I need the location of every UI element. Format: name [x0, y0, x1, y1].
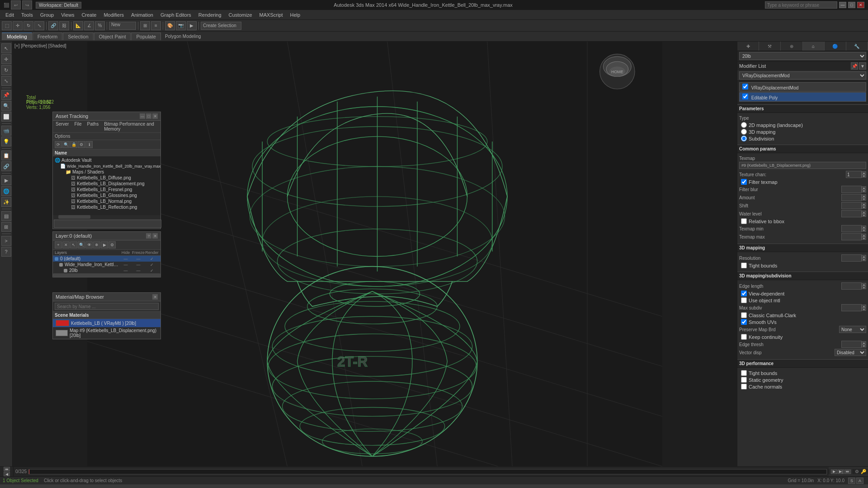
layer-panel-title-bar[interactable]: Layer:0 (default) ? ✕	[53, 232, 160, 240]
spinner-up[interactable]: ▲	[862, 171, 866, 174]
view-dropdown[interactable]: New	[109, 22, 136, 30]
layer-find-btn[interactable]: 🔍	[78, 241, 85, 249]
cache-normals-row[interactable]: Cache normals	[739, 383, 866, 390]
view-dependent-checkbox[interactable]	[741, 291, 747, 296]
snap-toggle[interactable]: 📌	[1, 90, 11, 100]
type-radio-2d[interactable]: 2D mapping (landscape)	[739, 122, 866, 128]
menu-tools[interactable]: Tools	[18, 11, 37, 19]
spinner-down[interactable]: ▼	[862, 189, 866, 192]
spinner-up[interactable]: ▲	[862, 341, 866, 344]
zoom-extents[interactable]: 🔍	[1, 101, 11, 111]
texture-chan-spinner[interactable]: ▲ ▼	[846, 171, 866, 178]
static-geom-row[interactable]: Static geometry	[739, 376, 866, 383]
play-btn[interactable]: ▶	[831, 469, 837, 474]
cache-normals-checkbox[interactable]	[741, 384, 747, 389]
rp-tab-modify[interactable]: ⚒	[759, 42, 781, 51]
list-item[interactable]: 🖼 Kettlebells_LB_Fresnel.png	[53, 187, 160, 192]
percent-snap-btn[interactable]: %	[95, 21, 105, 30]
menu-animation[interactable]: Animation	[127, 11, 157, 19]
resolution-input[interactable]: 512	[841, 254, 862, 262]
prev-frame-btn[interactable]: ◀	[4, 472, 10, 476]
mb-close-btn[interactable]: ✕	[152, 294, 158, 300]
align-btn[interactable]: ≡	[151, 21, 161, 30]
redo-btn[interactable]: ↪	[22, 0, 32, 9]
effects-btn[interactable]: ✨	[1, 197, 11, 207]
workspace-dropdown[interactable]: Workspace: Default	[36, 2, 81, 9]
keep-continuity-checkbox[interactable]	[741, 334, 747, 340]
layer-manager[interactable]: 📋	[1, 150, 11, 160]
amount-spinner[interactable]: 0.0in ▲ ▼	[841, 194, 866, 201]
spinner-buttons[interactable]: ▲ ▼	[862, 186, 866, 192]
light-view[interactable]: 💡	[1, 136, 11, 146]
menu-maxscript[interactable]: MAXScript	[256, 11, 287, 19]
vector-disp-dropdown[interactable]: Disabled	[835, 349, 866, 356]
spinner-buttons[interactable]: ▲ ▼	[862, 211, 866, 217]
tight-bounds-row[interactable]: Tight bounds	[739, 262, 866, 269]
modifier-dropdown[interactable]: VRayDisplacementMod Editable Poly	[739, 71, 866, 80]
list-item[interactable]: 🖼 Kettlebells_LB_Glossines.png	[53, 192, 160, 198]
layer-hide[interactable]: —	[120, 268, 132, 273]
rp-tab-create[interactable]: ✚	[737, 42, 759, 51]
unlink-btn[interactable]: ⛓	[59, 21, 69, 30]
minimize-button[interactable]: —	[839, 2, 846, 8]
object-dropdown[interactable]: 20lb	[739, 52, 866, 60]
type-radio-subdiv[interactable]: Subdivision	[739, 135, 866, 142]
modifier-toggle[interactable]	[742, 84, 748, 89]
at-server-menu[interactable]: Server	[53, 121, 71, 132]
rp-tab-motion[interactable]: ⌂	[803, 42, 825, 51]
auto-key-btn[interactable]: A	[856, 478, 863, 484]
filter-texmap-checkbox[interactable]	[741, 179, 747, 185]
asset-minimize-btn[interactable]: —	[140, 113, 145, 119]
preserve-map-dropdown[interactable]: None	[839, 326, 866, 333]
layer-freeze[interactable]: —	[132, 263, 145, 267]
layer-delete-btn[interactable]: ✕	[62, 241, 70, 249]
quick-render-btn[interactable]: ▶	[187, 21, 197, 30]
timeline[interactable]: 0/325	[14, 467, 829, 476]
edge-length-spinner[interactable]: 4.0 ▲ ▼	[841, 282, 866, 290]
static-geom-checkbox[interactable]	[741, 377, 747, 383]
angle-snap-btn[interactable]: ∠	[84, 21, 94, 30]
at-options-menu[interactable]: Options	[55, 134, 70, 139]
at-paths-menu[interactable]: Paths	[85, 121, 102, 132]
render-setup-btn[interactable]: 📷	[176, 21, 186, 30]
resolution-spinner[interactable]: 512 ▲ ▼	[841, 254, 866, 262]
modifier-toggle[interactable]	[742, 94, 748, 99]
classic-catmull-checkbox[interactable]	[741, 312, 747, 318]
time-config-btn[interactable]: ⚙	[855, 469, 859, 474]
list-item[interactable]: 🌐 Autodesk Vault	[53, 157, 160, 163]
show-results-btn[interactable]: ▼	[859, 62, 866, 70]
material-editor-btn[interactable]: 🎨	[165, 21, 175, 30]
selected-mode-btn[interactable]: S	[848, 478, 855, 484]
shift-spinner[interactable]: 0.0in ▲ ▼	[841, 202, 866, 209]
use-object-mtl-checkbox[interactable]	[741, 297, 747, 303]
at-config-btn[interactable]: ⚙	[78, 141, 85, 148]
spinner-up[interactable]: ▲	[862, 211, 866, 214]
texmap-max-input[interactable]: 1.0	[841, 233, 862, 240]
spinner-buttons[interactable]: ▲ ▼	[862, 194, 866, 201]
tight-bounds2-row[interactable]: Tight bounds	[739, 370, 866, 376]
undo-btn[interactable]: ↩	[11, 0, 21, 9]
asset-tree-scrollbar[interactable]	[53, 215, 160, 219]
spinner-buttons[interactable]: ▲ ▼	[862, 171, 866, 178]
menu-create[interactable]: Create	[78, 11, 100, 19]
water-level-input[interactable]: 0.0in	[841, 210, 862, 217]
spinner-up[interactable]: ▲	[862, 225, 866, 229]
spinner-down[interactable]: ▼	[862, 174, 866, 178]
menu-group[interactable]: Group	[37, 11, 58, 19]
spinner-buttons[interactable]: ▲ ▼	[862, 341, 866, 347]
move-btn[interactable]: ✛	[13, 21, 23, 30]
at-find-btn[interactable]: 🔍	[62, 141, 70, 148]
rp-tab-hierarchy[interactable]: ⊕	[781, 42, 802, 51]
layer-new-btn[interactable]: +	[55, 241, 62, 249]
window-controls[interactable]: — □ ✕	[839, 2, 864, 8]
layer-hide[interactable]: —	[120, 263, 132, 267]
menu-rendering[interactable]: Rendering	[195, 11, 225, 19]
type-radio[interactable]	[741, 122, 747, 128]
layer-row[interactable]: 20lb — — ✓	[53, 267, 160, 273]
tab-freeform[interactable]: Freeform	[33, 33, 63, 40]
smooth-uv-row[interactable]: Smooth UVs	[739, 319, 866, 325]
texmap-max-spinner[interactable]: 1.0 ▲ ▼	[841, 233, 866, 240]
shift-input[interactable]: 0.0in	[841, 202, 862, 209]
at-file-menu[interactable]: File	[71, 121, 84, 132]
scripting-btn[interactable]: >	[1, 236, 11, 246]
